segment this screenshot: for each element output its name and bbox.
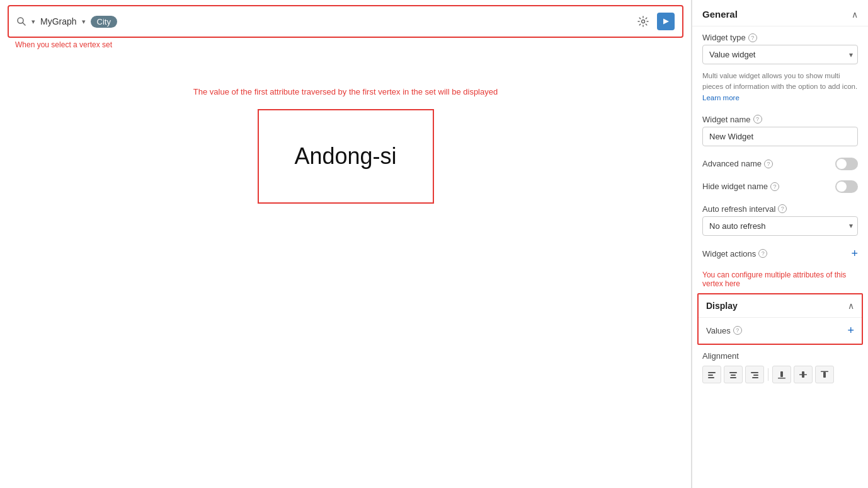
alignment-label: Alignment [702,351,858,361]
svg-rect-5 [708,377,714,378]
svg-rect-10 [753,375,758,376]
graph-chevron-icon[interactable]: ▾ [82,18,86,26]
vertex-tag[interactable]: City [91,16,117,28]
align-right-button[interactable] [745,366,764,383]
align-middle-button[interactable] [794,366,813,383]
run-button[interactable] [657,13,675,30]
widget-type-help-icon[interactable]: ? [748,33,757,42]
widget-type-row: Widget type ? Value widget Multi value w… [692,26,868,71]
svg-line-1 [23,23,25,25]
widget-name-row: Widget name ? [692,108,868,153]
svg-point-2 [642,20,645,23]
config-link[interactable]: You can configure multiple attributes of… [692,265,868,293]
svg-rect-13 [778,378,785,379]
advanced-name-label-group: Advanced name ? [702,159,773,168]
display-collapse-icon[interactable]: ∧ [848,301,854,311]
auto-refresh-row: Auto refresh interval ? No auto refresh … [692,198,868,242]
settings-icon[interactable] [634,13,652,30]
learn-more-link[interactable]: Learn more [702,94,740,102]
display-title: Display [706,301,738,311]
alignment-controls [702,366,858,383]
alignment-section: Alignment [692,345,868,390]
auto-refresh-select-wrapper: No auto refresh 30 seconds 1 minute 5 mi… [702,216,858,236]
auto-refresh-label: Auto refresh interval ? [702,204,858,214]
display-value: Andong-si [294,143,396,170]
hide-widget-name-toggle[interactable] [835,180,858,193]
widget-name-label: Widget name ? [702,115,858,124]
svg-rect-9 [751,372,758,373]
values-label-group: Values ? [706,326,742,335]
align-top-button[interactable] [815,366,834,383]
widget-type-select-wrapper: Value widget Multi value widget Chart wi… [702,45,858,64]
hide-widget-name-help-icon[interactable]: ? [770,182,779,191]
widget-actions-help-icon[interactable]: ? [758,249,767,258]
display-section: Display ∧ Values ? + [697,293,863,345]
values-row: Values ? + [699,317,862,344]
dropdown-chevron-icon[interactable]: ▾ [31,18,35,26]
main-content-area: The value of the first attribute travers… [0,49,691,488]
graph-name-label: MyGraph [40,16,77,26]
widget-actions-label-group: Widget actions ? [702,249,767,259]
widget-type-description: Multi value widget allows you to show mu… [692,71,868,108]
widget-type-select[interactable]: Value widget Multi value widget Chart wi… [702,45,858,64]
svg-rect-6 [729,372,737,373]
advanced-name-toggle[interactable] [835,158,858,170]
advanced-name-help-icon[interactable]: ? [764,160,773,168]
values-help-icon[interactable]: ? [733,326,742,335]
svg-rect-7 [731,375,736,376]
widget-actions-row: Widget actions ? + [692,242,868,265]
values-add-button[interactable]: + [847,324,854,337]
general-section-header: General ∧ [692,0,868,26]
query-bar: ▾ MyGraph ▾ City [8,5,683,38]
align-left-button[interactable] [702,366,721,383]
align-center-button[interactable] [724,366,743,383]
general-collapse-icon[interactable]: ∧ [852,9,858,20]
svg-rect-12 [780,371,783,377]
widget-name-input[interactable] [702,127,858,146]
align-bottom-button[interactable] [772,366,791,383]
widget-name-help-icon[interactable]: ? [753,115,762,124]
left-panel: ▾ MyGraph ▾ City When you select a verte… [0,0,692,488]
display-section-header: Display ∧ [699,294,862,317]
svg-rect-3 [708,372,716,373]
hide-widget-name-row: Hide widget name ? [692,175,868,198]
svg-rect-15 [799,374,807,375]
auto-refresh-help-icon[interactable]: ? [778,204,787,213]
value-hint-text: The value of the first attribute travers… [193,87,498,96]
hide-widget-name-label-group: Hide widget name ? [702,182,779,191]
widget-actions-add-button[interactable]: + [851,247,858,260]
auto-refresh-select[interactable]: No auto refresh 30 seconds 1 minute 5 mi… [702,216,858,236]
widget-type-label: Widget type ? [702,33,858,42]
value-display-box: Andong-si [258,109,434,204]
svg-rect-17 [821,371,828,372]
general-title: General [702,9,738,20]
vertex-hint-text: When you select a vertex set [15,40,691,49]
right-panel: General ∧ Widget type ? Value widget Mul… [692,0,868,488]
svg-rect-16 [823,372,826,378]
advanced-name-row: Advanced name ? [692,153,868,175]
search-icon-btn[interactable] [16,16,26,26]
alignment-separator [768,368,768,381]
svg-rect-4 [708,375,713,376]
svg-rect-11 [752,377,758,378]
svg-rect-8 [730,377,736,378]
